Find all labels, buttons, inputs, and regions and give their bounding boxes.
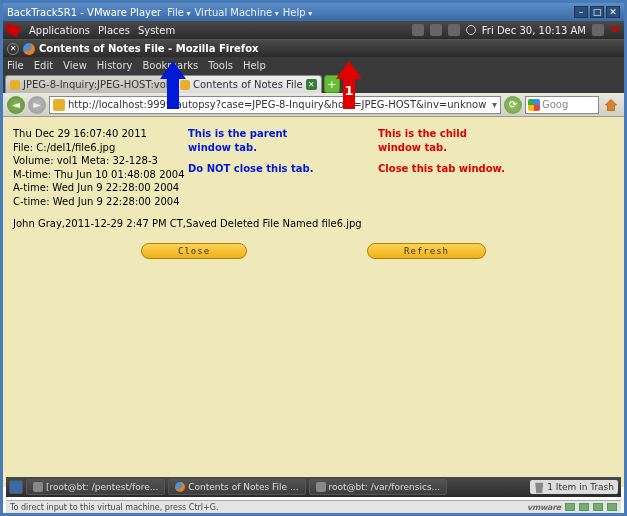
firefox-window-title-bar: ✕ Contents of Notes File - Mozilla Firef… bbox=[3, 39, 624, 57]
vmware-title-bar: BackTrack5R1 - VMware Player File Virtua… bbox=[3, 3, 624, 21]
gnome-clock[interactable]: Fri Dec 30, 10:13 AM bbox=[482, 25, 586, 36]
vmware-title: BackTrack5R1 - VMware Player bbox=[7, 7, 161, 18]
firefox-window-title: Contents of Notes File - Mozilla Firefox bbox=[39, 43, 259, 54]
vmware-close-button[interactable]: ✕ bbox=[606, 6, 620, 18]
url-favicon-icon bbox=[53, 99, 65, 111]
terminal-icon bbox=[316, 482, 326, 492]
vmware-menu-file[interactable]: File bbox=[167, 7, 190, 18]
annotation-blue-text: This is the parent window tab. Do NOT cl… bbox=[188, 127, 314, 176]
tray-icon[interactable] bbox=[412, 24, 424, 36]
home-button[interactable] bbox=[602, 96, 620, 114]
tray-icon[interactable] bbox=[448, 24, 460, 36]
page-content: Thu Dec 29 16:07:40 2011 File: C:/del1/f… bbox=[3, 117, 624, 487]
vmware-device-icon[interactable] bbox=[565, 503, 575, 511]
power-icon[interactable] bbox=[610, 27, 620, 33]
meta-line: A-time: Wed Jun 9 22:28:00 2004 bbox=[13, 181, 614, 195]
volume-icon[interactable] bbox=[592, 24, 604, 36]
terminal-icon bbox=[33, 482, 43, 492]
taskbar-label: [root@bt: /pentest/fore... bbox=[46, 482, 158, 492]
taskbar-label: root@bt: /var/forensics... bbox=[329, 482, 441, 492]
tab-favicon-icon bbox=[10, 80, 20, 90]
annotation-red-arrow-icon: 1 bbox=[336, 61, 362, 117]
close-button[interactable]: Close bbox=[141, 243, 247, 259]
vmware-menu-vm[interactable]: Virtual Machine bbox=[195, 7, 279, 18]
reload-button[interactable]: ⟳ bbox=[504, 96, 522, 114]
firefox-icon bbox=[175, 482, 185, 492]
gnome-top-panel: Applications Places System Fri Dec 30, 1… bbox=[3, 21, 624, 39]
gnome-menu-system[interactable]: System bbox=[138, 25, 175, 36]
annotation-red-number: 1 bbox=[336, 83, 362, 98]
ff-menu-history[interactable]: History bbox=[97, 60, 133, 71]
url-bar[interactable]: http://localhost:9999/autopsy?case=JPEG-… bbox=[49, 96, 501, 114]
firefox-tab-strip: JPEG-8-Inquiry:JPEG-HOST:vol1 ✕ Contents… bbox=[3, 73, 624, 93]
firefox-icon bbox=[23, 43, 35, 55]
url-text: http://localhost:9999/autopsy?case=JPEG-… bbox=[68, 99, 492, 110]
firefox-menu-bar: File Edit View History Bookmarks Tools H… bbox=[3, 57, 624, 73]
meta-line: C-time: Wed Jun 9 22:28:00 2004 bbox=[13, 195, 614, 209]
vmware-device-icon[interactable] bbox=[607, 503, 617, 511]
tray-icon[interactable] bbox=[430, 24, 442, 36]
ff-menu-edit[interactable]: Edit bbox=[34, 60, 53, 71]
ff-menu-file[interactable]: File bbox=[7, 60, 24, 71]
google-icon bbox=[528, 99, 540, 111]
backtrack-logo-icon[interactable] bbox=[7, 23, 21, 37]
gnome-bottom-panel: [root@bt: /pentest/fore... Contents of N… bbox=[6, 477, 621, 497]
tab-label: JPEG-8-Inquiry:JPEG-HOST:vol1 bbox=[23, 79, 175, 90]
ff-menu-view[interactable]: View bbox=[63, 60, 87, 71]
taskbar-item-terminal[interactable]: root@bt: /var/forensics... bbox=[309, 479, 448, 495]
tab-close-button[interactable]: ✕ bbox=[306, 79, 317, 90]
ff-menu-help[interactable]: Help bbox=[243, 60, 266, 71]
firefox-window-close-button[interactable]: ✕ bbox=[7, 43, 19, 55]
gnome-menu-places[interactable]: Places bbox=[98, 25, 130, 36]
vmware-menu: File Virtual Machine Help bbox=[167, 7, 312, 18]
trash-icon bbox=[534, 481, 544, 493]
vmware-minimize-button[interactable]: – bbox=[574, 6, 588, 18]
search-placeholder: Goog bbox=[542, 99, 568, 110]
vmware-window-controls: – □ ✕ bbox=[574, 6, 620, 18]
vmware-device-icon[interactable] bbox=[593, 503, 603, 511]
taskbar-item-firefox[interactable]: Contents of Notes File ... bbox=[168, 479, 305, 495]
taskbar-item-terminal[interactable]: [root@bt: /pentest/fore... bbox=[26, 479, 165, 495]
gnome-menu-applications[interactable]: Applications bbox=[29, 25, 90, 36]
firefox-nav-toolbar: ◄ ► http://localhost:9999/autopsy?case=J… bbox=[3, 93, 624, 117]
vmware-logo: vmware bbox=[527, 503, 561, 512]
vmware-menu-help[interactable]: Help bbox=[283, 7, 312, 18]
note-log-line: John Gray,2011-12-29 2:47 PM CT,Saved De… bbox=[13, 218, 614, 229]
tab-parent[interactable]: JPEG-8-Inquiry:JPEG-HOST:vol1 ✕ bbox=[5, 75, 175, 93]
trash-applet[interactable]: 1 Item in Trash bbox=[530, 480, 618, 494]
tab-child[interactable]: Contents of Notes File ✕ bbox=[175, 75, 322, 93]
trash-label: 1 Item in Trash bbox=[547, 482, 614, 492]
forward-button[interactable]: ► bbox=[28, 96, 46, 114]
annotation-blue-arrow-icon bbox=[160, 61, 186, 117]
refresh-button[interactable]: Refresh bbox=[367, 243, 486, 259]
back-button[interactable]: ◄ bbox=[7, 96, 25, 114]
search-box[interactable]: Goog bbox=[525, 96, 599, 114]
tab-label: Contents of Notes File bbox=[193, 79, 303, 90]
ff-menu-tools[interactable]: Tools bbox=[208, 60, 233, 71]
clock-icon bbox=[466, 25, 476, 35]
taskbar-label: Contents of Notes File ... bbox=[188, 482, 298, 492]
vmware-status-text: To direct input to this virtual machine,… bbox=[10, 503, 218, 512]
vmware-maximize-button[interactable]: □ bbox=[590, 6, 604, 18]
annotation-red-text: This is the child window tab. Close this… bbox=[378, 127, 505, 176]
vmware-device-icon[interactable] bbox=[579, 503, 589, 511]
dropdown-icon[interactable]: ▾ bbox=[492, 99, 497, 110]
show-desktop-button[interactable] bbox=[9, 480, 23, 494]
vmware-status-bar: To direct input to this virtual machine,… bbox=[6, 500, 621, 513]
